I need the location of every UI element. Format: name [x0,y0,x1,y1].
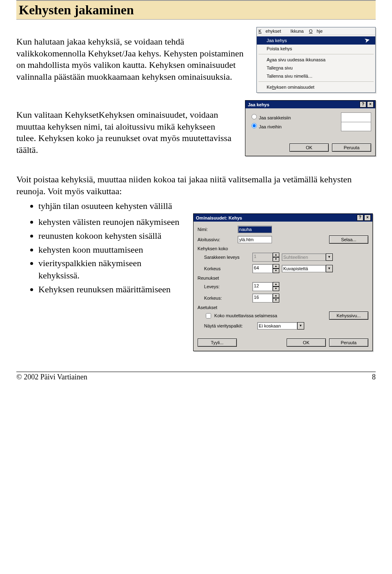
kehykset-dropdown-menu: Kehykset Ikkuna Ohje Jaa kehys ➤ Poista … [256,27,376,93]
kehyssivu-button[interactable]: Kehyssivu... [329,312,368,320]
chevron-up-icon[interactable]: ▲ [273,264,279,269]
menu-jaa-kehys[interactable]: Jaa kehys ➤ [257,36,375,45]
label-korkeus2: Korkeus: [204,296,250,300]
label-asetukset: Asetukset [198,305,368,310]
dialog-jaa-kehys: Jaa kehys ? × Jaa sarakkeisiin Jaa [245,100,376,156]
menu-poista-kehys[interactable]: Poista kehys [257,45,375,53]
label-vierityspalkit: Näytä vierityspalkit: [204,323,255,328]
label-koko-muutettavissa: Koko muutettavissa selaimessa [214,313,277,318]
chevron-down-icon[interactable]: ▼ [326,253,333,261]
cancel-button[interactable]: Peruuta [329,339,368,347]
chevron-up-icon[interactable]: ▲ [273,294,279,298]
close-icon[interactable]: × [367,101,374,108]
chevron-down-icon[interactable]: ▼ [297,322,304,330]
bullet-6: Kehyksen reunuksen määrittämiseen [38,283,182,296]
menubar-kehykset[interactable]: Kehykset [258,29,285,34]
koko-muutettavissa-checkbox[interactable] [206,313,211,318]
ok-button[interactable]: OK [290,144,329,152]
paragraph-1: Kun halutaan jakaa kehyksiä, se voidaan … [16,36,247,83]
menu-ominaisuudet[interactable]: Kehyksen ominaisuudet [257,83,375,91]
label-nimi: Nimi: [198,227,235,232]
menu-separator [258,54,374,54]
chevron-down-icon[interactable]: ▼ [273,269,279,273]
menu-separator [258,81,374,82]
chevron-up-icon[interactable]: ▲ [273,282,279,287]
cancel-button[interactable]: Peruuta [332,144,371,152]
sarake-leveys-stepper[interactable]: 1 ▲▼ [252,253,279,262]
selaa-button[interactable]: Selaa... [329,235,368,244]
aloitussivu-field[interactable]: ylä.htm [238,236,272,243]
ok-button[interactable]: OK [287,339,326,347]
footer-copyright: © 2002 Päivi Vartiainen [16,373,87,381]
menu-tallenna-nimella[interactable]: Tallenna sivu nimellä… [257,72,375,80]
radio-jaa-riveihin[interactable]: Jaa riveihin [249,122,291,129]
bullet-5: vierityspalkkien näkymiseen kehyksissä. [38,257,182,281]
chevron-up-icon[interactable]: ▲ [273,253,279,257]
bullet-2: kehysten välisten reunojen näkymiseen [38,216,182,228]
sarake-unit-select[interactable]: Suhteellinen ▼ [282,253,333,261]
korkeus-unit-select[interactable]: Kuvapistettä ▼ [282,265,333,272]
dialog1-titlebar: Jaa kehys ? × [245,101,375,108]
bullet-4: kehysten koon muuttamiseen [38,244,182,256]
label-korkeus: Korkeus [204,266,250,271]
page-title: Kehysten jakaminen [19,2,373,18]
footer-page-number: 8 [372,373,376,381]
chevron-down-icon[interactable]: ▼ [273,287,279,291]
label-reunukset: Reunukset [198,276,368,280]
label-sarake-leveys: Sarakkeen leveys [204,255,250,260]
label-aloitussivu: Aloitussivu: [198,237,235,242]
bullet-1: tyhjän tilan osuuteen kehysten välillä [38,200,376,212]
vierityspalkit-select[interactable]: Ei koskaan ▼ [257,322,304,330]
cursor-icon: ➤ [363,36,370,45]
menubar: Kehykset Ikkuna Ohje [257,27,375,35]
help-icon[interactable]: ? [357,215,363,221]
bullet-3: reunusten kokoon kehysten sisällä [38,230,182,242]
dialog2-titlebar: Ominaisuudet: Kehys ? × [194,214,372,222]
section-title-banner: Kehysten jakaminen [16,0,376,20]
nimi-field[interactable]: nauha [238,226,272,233]
radio-jaa-sarakkeisiin[interactable]: Jaa sarakkeisiin [249,113,291,120]
menubar-ikkuna[interactable]: Ikkuna [290,29,303,34]
tyyli-button[interactable]: Tyyli... [198,339,237,347]
close-icon[interactable]: × [364,215,371,221]
help-icon[interactable]: ? [360,101,366,108]
chevron-down-icon[interactable]: ▼ [326,265,333,272]
korkeus-stepper[interactable]: 64 ▲▼ [252,264,279,273]
dialog2-title: Ominaisuudet: Kehys [196,215,242,220]
menu-avaa-uudessa[interactable]: Avaa sivu uudessa ikkunassa [257,56,375,64]
reunus-korkeus-stepper[interactable]: 16 ▲▼ [252,294,279,303]
dialog-ominaisuudet-kehys: Ominaisuudet: Kehys ? × Nimi: nauha Aloi… [193,213,373,351]
label-leveys: Leveys: [204,284,250,289]
reunus-leveys-stepper[interactable]: 12 ▲▼ [252,282,279,291]
dialog1-title: Jaa kehys [248,102,270,107]
paragraph-3: Voit poistaa kehyksiä, muuttaa niiden ko… [16,174,376,197]
paragraph-2: Kun valitaan KehyksetKehyksen ominaisuud… [16,109,235,156]
chevron-down-icon[interactable]: ▼ [273,257,279,262]
split-preview [341,112,371,131]
menubar-ohje[interactable]: Ohje [309,29,323,34]
menu-tallenna[interactable]: Tallenna sivu [257,64,375,72]
label-kehyksen-koko: Kehyksen koko [198,246,368,251]
chevron-down-icon[interactable]: ▼ [273,298,279,303]
